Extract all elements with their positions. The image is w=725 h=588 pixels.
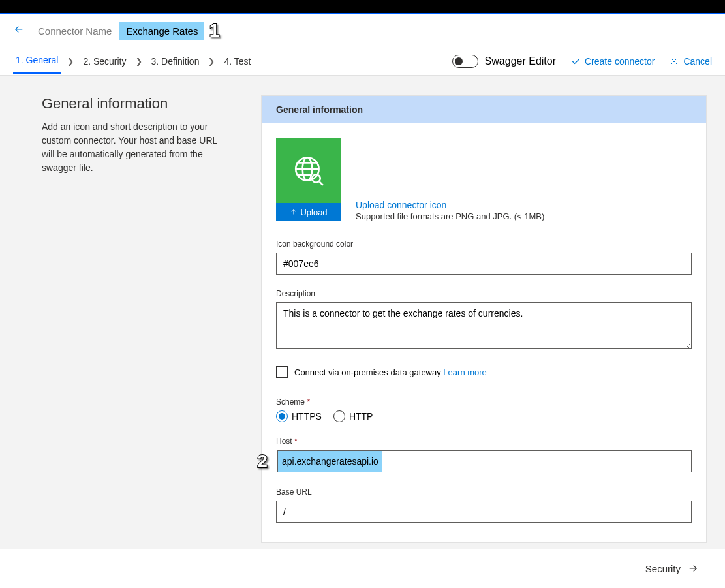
swagger-label: Swagger Editor [485, 55, 556, 67]
upload-button[interactable]: Upload [276, 203, 341, 221]
step-security[interactable]: 2. Security [80, 50, 129, 73]
step-definition[interactable]: 3. Definition [149, 50, 202, 73]
description-label: Description [276, 289, 692, 298]
right-panel: General information [261, 76, 725, 549]
create-connector-button[interactable]: Create connector [570, 56, 655, 67]
scheme-http-radio[interactable]: HTTP [333, 410, 373, 422]
cancel-button[interactable]: Cancel [669, 56, 712, 67]
panel-header: General information [262, 96, 706, 123]
chevron-icon: ❯ [208, 57, 215, 66]
window-titlebar [0, 0, 725, 14]
description-input[interactable] [276, 302, 692, 349]
left-panel: General information Add an icon and shor… [0, 76, 261, 549]
icon-info: Upload connector icon Supported file for… [356, 200, 544, 221]
step-bar: 1. General ❯ 2. Security ❯ 3. Definition… [0, 47, 725, 76]
gateway-checkbox[interactable] [276, 366, 288, 378]
step-general[interactable]: 1. General [13, 48, 61, 74]
step-test[interactable]: 4. Test [221, 50, 253, 73]
icon-upload-box: Upload [276, 138, 341, 221]
callout-1: 1 [206, 19, 223, 42]
section-description: Add an icon and short description to you… [42, 120, 222, 175]
upload-icon-link[interactable]: Upload connector icon [356, 200, 544, 210]
connector-icon-preview [276, 138, 341, 203]
upload-icon-hint: Supported file formats are PNG and JPG. … [356, 211, 544, 221]
bg-color-label: Icon background color [276, 240, 692, 249]
chevron-icon: ❯ [67, 57, 74, 66]
scheme-label: Scheme * [276, 397, 692, 407]
learn-more-link[interactable]: Learn more [443, 367, 486, 377]
connector-name-value[interactable]: Exchange Rates [119, 22, 204, 40]
callout-2: 2 [254, 450, 271, 473]
bg-color-input[interactable] [276, 253, 692, 275]
back-button[interactable] [13, 23, 25, 39]
host-label: Host * [276, 437, 692, 446]
general-panel: General information [261, 95, 707, 543]
swagger-toggle[interactable]: Swagger Editor [452, 55, 556, 68]
host-input[interactable] [277, 450, 692, 472]
header: Connector Name Exchange Rates 1 [0, 14, 725, 47]
baseurl-input[interactable] [276, 501, 692, 523]
chevron-icon: ❯ [136, 57, 142, 66]
next-step-button[interactable]: Security [645, 563, 699, 574]
footer-bar: Security [0, 549, 725, 588]
main-content: General information Add an icon and shor… [0, 76, 725, 549]
scheme-https-radio[interactable]: HTTPS [276, 410, 322, 422]
baseurl-label: Base URL [276, 487, 692, 497]
section-title: General information [42, 95, 222, 112]
connector-name-label: Connector Name [38, 25, 112, 37]
gateway-label: Connect via on-premises data gateway Lea… [294, 367, 487, 377]
